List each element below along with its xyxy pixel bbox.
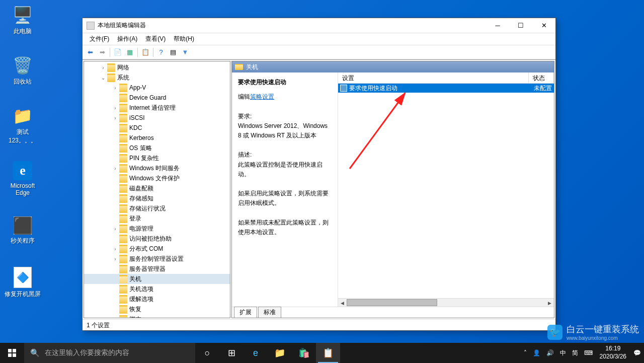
- col-setting[interactable]: 设置: [338, 72, 529, 83]
- tree-node[interactable]: Windows 文件保护: [84, 173, 230, 183]
- taskbar-gpedit-icon[interactable]: 📋: [316, 343, 340, 363]
- horizontal-scrollbar[interactable]: ◀ ▶: [338, 298, 554, 307]
- desktop-icon-this-pc[interactable]: 🖥️此电脑: [4, 5, 41, 36]
- desktop-icon-app1[interactable]: ⬛秒关程序: [4, 216, 41, 245]
- start-button[interactable]: [0, 343, 24, 363]
- tree-node[interactable]: ›网络: [84, 62, 230, 72]
- tree-node[interactable]: Kerberos: [84, 133, 230, 143]
- back-button[interactable]: ⬅: [85, 47, 96, 58]
- statusbar: 1 个设置: [83, 319, 555, 330]
- tree-node[interactable]: 存储运行状况: [84, 203, 230, 213]
- taskbar-store-icon[interactable]: 🛍️: [292, 343, 316, 363]
- tree-node[interactable]: KDC: [84, 123, 230, 133]
- tray-clock[interactable]: 16:19 2020/3/26: [596, 345, 630, 360]
- tray-ime-lang[interactable]: 中: [557, 349, 569, 357]
- list-header: 设置 状态: [338, 72, 554, 84]
- help-button[interactable]: ?: [155, 47, 167, 58]
- titlebar[interactable]: 本地组策略编辑器 ─ ☐ ✕: [83, 18, 555, 33]
- tab-extended[interactable]: 扩展: [234, 307, 257, 318]
- tree-node[interactable]: 访问被拒绝协助: [84, 234, 230, 244]
- policy-name: 要求使用快速启动: [349, 84, 530, 93]
- tree-node[interactable]: OS 策略: [84, 143, 230, 153]
- tree-node[interactable]: ›脚本: [84, 314, 230, 318]
- edit-link-row: 编辑策略设置: [238, 92, 332, 102]
- col-state[interactable]: 状态: [529, 72, 554, 83]
- taskbar: 🔍 在这里输入你要搜索的内容 ○ ⊞ e 📁 🛍️ 📋 ˄ 👤 🔊 中 简 ⌨ …: [0, 343, 644, 363]
- tree-node[interactable]: 登录: [84, 213, 230, 224]
- description-p3: 如果禁用或未配置此策略设置，则使用本地设置。: [238, 218, 332, 237]
- right-pane-header: 关机: [232, 61, 554, 72]
- policy-list: 设置 状态 要求使用快速启动 未配置 ◀ ▶: [338, 72, 554, 307]
- description-text: 此策略设置控制是否使用快速启动。: [238, 160, 332, 179]
- tray-ime-mode[interactable]: 简: [569, 349, 581, 357]
- tree-node[interactable]: ›Internet 通信管理: [84, 103, 230, 113]
- menubar: 文件(F) 操作(A) 查看(V) 帮助(H): [83, 33, 555, 45]
- props-button[interactable]: ▤: [168, 47, 179, 58]
- tree-node[interactable]: 缓解选项: [84, 294, 230, 304]
- tree-pane: ›网络⌄系统›App-VDevice Guard›Internet 通信管理›i…: [84, 61, 230, 318]
- tray-volume-icon[interactable]: 🔊: [543, 349, 557, 356]
- maximize-button[interactable]: ☐: [509, 18, 532, 33]
- cortana-icon[interactable]: ○: [195, 343, 219, 363]
- tree-node[interactable]: ›iSCSI: [84, 113, 230, 123]
- svg-rect-3: [8, 353, 12, 357]
- menu-file[interactable]: 文件(F): [86, 34, 113, 44]
- tree-node[interactable]: 关机: [84, 274, 230, 284]
- task-view-icon[interactable]: ⊞: [219, 343, 244, 363]
- tree-node[interactable]: ›App-V: [84, 83, 230, 93]
- tree-node[interactable]: ⌄系统: [84, 72, 230, 83]
- tree-node[interactable]: 恢复: [84, 304, 230, 314]
- desktop-icon-recycle[interactable]: 🗑️回收站: [4, 55, 41, 86]
- tree-node[interactable]: 存储感知: [84, 193, 230, 203]
- menu-view[interactable]: 查看(V): [141, 34, 170, 44]
- tree[interactable]: ›网络⌄系统›App-VDevice Guard›Internet 通信管理›i…: [84, 61, 230, 318]
- watermark: 🐦 白云一键重装系统 www.baiyunxitong.com: [547, 323, 639, 341]
- window-title: 本地组策略编辑器: [98, 21, 486, 30]
- right-pane-tabs: 扩展 标准: [232, 307, 554, 318]
- desktop-icon-folder[interactable]: 📁测试123。。。: [4, 106, 41, 145]
- tree-node[interactable]: ›电源管理: [84, 224, 230, 234]
- svg-rect-2: [13, 349, 16, 352]
- edit-policy-link[interactable]: 策略设置: [250, 93, 274, 100]
- search-box[interactable]: 🔍 在这里输入你要搜索的内容: [24, 343, 195, 363]
- svg-rect-1: [8, 349, 12, 352]
- tree-node[interactable]: PIN 复杂性: [84, 153, 230, 163]
- up-button[interactable]: 📄: [112, 47, 123, 58]
- desktop-icon-edge[interactable]: eMicrosoft Edge: [4, 161, 41, 196]
- tree-node[interactable]: ›服务控制管理器设置: [84, 254, 230, 264]
- tree-node[interactable]: ›分布式 COM: [84, 244, 230, 254]
- watermark-logo-icon: 🐦: [547, 325, 562, 340]
- tray-people-icon[interactable]: 👤: [530, 349, 543, 356]
- tray-keyboard-icon[interactable]: ⌨: [581, 349, 596, 356]
- detail-column: 要求使用快速启动 编辑策略设置 要求: Windows Server 2012、…: [232, 72, 338, 307]
- tray-up-icon[interactable]: ˄: [521, 349, 530, 356]
- search-placeholder: 在这里输入你要搜索的内容: [45, 348, 129, 357]
- folder-icon: [235, 64, 243, 70]
- policy-row[interactable]: 要求使用快速启动 未配置: [338, 84, 554, 93]
- tree-node[interactable]: ›Windows 时间服务: [84, 163, 230, 173]
- tray-notifications-icon[interactable]: 💬: [630, 349, 644, 356]
- description-label: 描述:: [238, 150, 332, 160]
- export-button[interactable]: 📋: [140, 47, 151, 58]
- menu-action[interactable]: 操作(A): [113, 34, 141, 44]
- requirements-label: 要求:: [238, 112, 332, 121]
- toolbar: ⬅ ➡ 📄 ▦ 📋 ? ▤ ▼: [83, 45, 555, 59]
- tree-node[interactable]: 关机选项: [84, 284, 230, 294]
- svg-rect-4: [13, 353, 16, 357]
- right-pane: 关机 要求使用快速启动 编辑策略设置 要求: Windows Server 20…: [231, 61, 554, 318]
- gpedit-window: 本地组策略编辑器 ─ ☐ ✕ 文件(F) 操作(A) 查看(V) 帮助(H) ⬅…: [82, 18, 556, 331]
- tree-node[interactable]: Device Guard: [84, 93, 230, 103]
- tab-standard[interactable]: 标准: [258, 307, 281, 318]
- desktop-icon-app2[interactable]: 🔷修复开机黑屏: [4, 267, 41, 299]
- show-hide-button[interactable]: ▦: [124, 47, 135, 58]
- tree-node[interactable]: 磁盘配额: [84, 183, 230, 193]
- filter-button[interactable]: ▼: [180, 47, 191, 58]
- taskbar-explorer-icon[interactable]: 📁: [268, 343, 292, 363]
- minimize-button[interactable]: ─: [486, 18, 509, 33]
- close-button[interactable]: ✕: [532, 18, 555, 33]
- taskbar-edge-icon[interactable]: e: [244, 343, 268, 363]
- menu-help[interactable]: 帮助(H): [170, 34, 198, 44]
- policy-icon: [340, 85, 347, 92]
- tree-node[interactable]: 服务器管理器: [84, 264, 230, 274]
- forward-button[interactable]: ➡: [97, 47, 108, 58]
